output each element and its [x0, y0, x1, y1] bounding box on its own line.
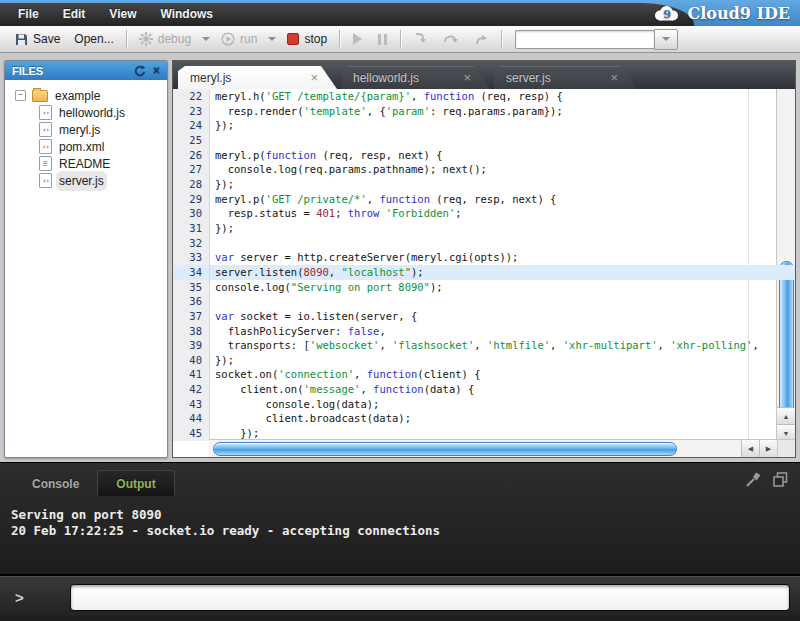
tree-item-label: server.js: [59, 174, 104, 188]
code-line[interactable]: [210, 133, 795, 148]
menu-item-edit[interactable]: Edit: [51, 3, 98, 26]
gutter-line-number[interactable]: 24: [173, 118, 209, 133]
code-line[interactable]: flashPolicyServer: false,: [210, 324, 795, 339]
editor-tab-meryl.js[interactable]: meryl.js×: [178, 66, 337, 89]
pause-icon[interactable]: [378, 34, 387, 45]
close-panel-icon[interactable]: ×: [153, 66, 160, 76]
combobox-dropdown-button[interactable]: [654, 29, 678, 50]
gutter-line-number[interactable]: 28: [173, 177, 209, 192]
run-button[interactable]: run: [214, 30, 264, 48]
gutter-line-number[interactable]: 39: [173, 338, 209, 353]
menu-item-view[interactable]: View: [97, 3, 148, 26]
gutter-line-number[interactable]: 40: [173, 353, 209, 368]
code-line[interactable]: });: [210, 118, 795, 133]
code-line[interactable]: meryl.h('GET /template/{param}', functio…: [210, 89, 795, 104]
txt-file-icon: ≡: [39, 156, 52, 171]
code-line[interactable]: console.log(req.params.pathname); next()…: [210, 162, 795, 177]
run-dropdown-icon[interactable]: [268, 37, 276, 41]
clear-console-icon[interactable]: [746, 472, 762, 487]
debug-dropdown-icon[interactable]: [202, 37, 210, 41]
scroll-right-button[interactable]: ▶: [759, 440, 777, 457]
horizontal-scrollbar-thumb[interactable]: [213, 442, 677, 456]
horizontal-scrollbar[interactable]: ◀ ▶: [209, 439, 777, 457]
step-out-icon[interactable]: [473, 32, 489, 46]
open-button[interactable]: Open...: [67, 30, 120, 48]
gutter-line-number[interactable]: 36: [173, 294, 209, 309]
gutter-line-number[interactable]: 45: [173, 426, 209, 441]
step-into-icon[interactable]: [413, 32, 429, 46]
gutter-line-number[interactable]: 29: [173, 192, 209, 207]
run-config-combobox[interactable]: [515, 29, 678, 50]
stop-button[interactable]: stop: [280, 30, 334, 48]
code-line[interactable]: });: [210, 353, 795, 368]
gutter-line-number[interactable]: 32: [173, 236, 209, 251]
menu-item-windows[interactable]: Windows: [148, 3, 225, 26]
code-line[interactable]: console.log(data);: [210, 397, 795, 412]
code-line[interactable]: [210, 294, 795, 309]
save-button[interactable]: Save: [8, 30, 67, 48]
gutter-line-number[interactable]: 23: [173, 104, 209, 119]
code-line[interactable]: resp.status = 401; throw 'Forbidden';: [210, 206, 795, 221]
code-line[interactable]: transports: ['websocket', 'flashsocket',…: [210, 338, 795, 353]
tab-close-icon[interactable]: ×: [610, 71, 618, 84]
gutter-line-number[interactable]: 44: [173, 411, 209, 426]
scroll-left-button[interactable]: ◀: [741, 440, 759, 457]
console-tab-console[interactable]: Console: [14, 471, 97, 496]
code-line[interactable]: meryl.p(function (req, resp, next) {: [210, 148, 795, 163]
console-tab-output[interactable]: Output: [97, 470, 174, 496]
code-area[interactable]: 2223242526272829303132333435363738394041…: [173, 89, 795, 441]
gutter-line-number[interactable]: 35: [173, 280, 209, 295]
code-line[interactable]: });: [210, 177, 795, 192]
resume-icon[interactable]: [353, 33, 362, 45]
gutter-line-number[interactable]: 30: [173, 206, 209, 221]
gutter-line-number[interactable]: 31: [173, 221, 209, 236]
gutter-line-number[interactable]: 42: [173, 382, 209, 397]
code-line[interactable]: meryl.p('GET /private/*', function (req,…: [210, 192, 795, 207]
menubar-items: FileEditViewWindows: [0, 3, 694, 26]
debug-button[interactable]: debug: [132, 30, 198, 48]
code-lines[interactable]: meryl.h('GET /template/{param}', functio…: [210, 89, 795, 441]
gutter-line-number[interactable]: 38: [173, 324, 209, 339]
menu-item-file[interactable]: File: [6, 3, 51, 26]
code-line[interactable]: resp.render('template', {'param': req.pa…: [210, 104, 795, 119]
gutter-line-number[interactable]: 33: [173, 250, 209, 265]
command-input[interactable]: [70, 584, 790, 611]
tree-item-README[interactable]: ≡README: [9, 155, 163, 172]
editor-tab-helloworld.js[interactable]: helloworld.js×: [341, 66, 490, 89]
editor-gutter[interactable]: 2223242526272829303132333435363738394041…: [173, 89, 210, 441]
expand-console-icon[interactable]: [773, 472, 788, 487]
tree-item-server.js[interactable]: ‹›server.js: [9, 172, 163, 189]
code-line[interactable]: [210, 236, 795, 251]
stop-label: stop: [304, 32, 327, 46]
tree-item-helloworld.js[interactable]: ‹›helloworld.js: [9, 104, 163, 121]
code-line[interactable]: console.log("Serving on port 8090");: [210, 280, 795, 295]
tab-close-icon[interactable]: ×: [463, 71, 471, 84]
gutter-line-number[interactable]: 43: [173, 397, 209, 412]
code-line[interactable]: client.broadcast(data);: [210, 411, 795, 426]
gutter-line-number[interactable]: 22: [173, 89, 209, 104]
code-line[interactable]: var server = http.createServer(meryl.cgi…: [210, 250, 795, 265]
code-line[interactable]: var socket = io.listen(server, {: [210, 309, 795, 324]
editor-tab-server.js[interactable]: server.js×: [494, 66, 637, 89]
combobox-field[interactable]: [515, 30, 654, 49]
collapse-icon[interactable]: −: [15, 90, 26, 101]
step-over-icon[interactable]: [443, 32, 459, 46]
gutter-line-number[interactable]: 34: [173, 265, 209, 280]
gutter-line-number[interactable]: 41: [173, 367, 209, 382]
xml-file-icon: ‹›: [39, 139, 52, 154]
code-line[interactable]: socket.on('connection', function(client)…: [210, 367, 795, 382]
code-line[interactable]: });: [210, 221, 795, 236]
tree-item-pom.xml[interactable]: ‹›pom.xml: [9, 138, 163, 155]
code-line[interactable]: client.on('message', function(data) {: [210, 382, 795, 397]
gutter-line-number[interactable]: 26: [173, 148, 209, 163]
gutter-line-number[interactable]: 37: [173, 309, 209, 324]
tree-item-meryl.js[interactable]: ‹›meryl.js: [9, 121, 163, 138]
tab-close-icon[interactable]: ×: [310, 71, 318, 84]
code-line[interactable]: });: [210, 426, 795, 441]
code-line[interactable]: server.listen(8090, "localhost");: [210, 265, 795, 280]
debug-label: debug: [158, 32, 191, 46]
gutter-line-number[interactable]: 25: [173, 133, 209, 148]
tree-item-example[interactable]: −example: [9, 87, 163, 104]
refresh-icon[interactable]: [134, 65, 146, 77]
gutter-line-number[interactable]: 27: [173, 162, 209, 177]
